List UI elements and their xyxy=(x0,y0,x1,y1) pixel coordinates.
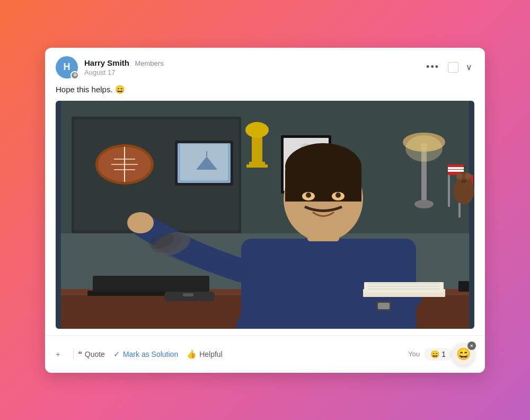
thumbup-icon: 👍 xyxy=(187,349,197,359)
author-role: Members xyxy=(135,59,163,67)
post-image xyxy=(56,101,474,329)
svg-point-31 xyxy=(405,135,443,162)
svg-point-41 xyxy=(465,173,471,179)
svg-rect-68 xyxy=(458,281,469,292)
reaction-count: 1 xyxy=(441,350,446,358)
svg-point-52 xyxy=(335,192,341,198)
svg-point-30 xyxy=(414,200,434,208)
svg-rect-34 xyxy=(448,167,464,169)
you-label: You xyxy=(408,350,420,358)
author-name-row: Harry Smith Members xyxy=(84,58,423,68)
dots-icon: ••• xyxy=(426,62,439,72)
author-info: Harry Smith Members August 17 xyxy=(84,58,423,76)
reaction-pill[interactable]: 😄 1 xyxy=(424,348,452,361)
svg-rect-35 xyxy=(448,170,464,172)
header-actions: ••• ∨ xyxy=(423,60,474,74)
separator-1 xyxy=(73,349,74,359)
svg-rect-60 xyxy=(93,276,209,292)
svg-point-42 xyxy=(461,180,466,183)
quote-icon: ❝ xyxy=(78,349,82,359)
svg-point-40 xyxy=(456,173,463,179)
quote-button[interactable]: ❝ Quote xyxy=(78,347,111,361)
post-image-svg xyxy=(56,101,474,329)
helpful-button[interactable]: 👍 Helpful xyxy=(187,347,229,361)
svg-point-51 xyxy=(306,192,311,198)
svg-rect-58 xyxy=(378,303,390,309)
close-icon: × xyxy=(470,343,473,348)
mark-solution-button[interactable]: ✓ Mark as Solution xyxy=(113,347,184,361)
reaction-area: You 😄 1 xyxy=(408,348,452,361)
svg-rect-62 xyxy=(183,293,193,296)
add-button[interactable]: + xyxy=(56,347,67,361)
floating-emoji-container: 😄 × xyxy=(452,343,474,365)
avatar-badge: ⚙ xyxy=(70,71,79,80)
reaction-emoji: 😄 xyxy=(430,350,439,358)
svg-rect-48 xyxy=(285,170,361,202)
post-footer: + ❝ Quote ✓ Mark as Solution 👍 Helpful Y… xyxy=(45,335,485,373)
floating-emoji-button[interactable]: 😄 × xyxy=(452,343,474,365)
floating-emoji-icon: 😄 xyxy=(456,347,471,361)
quote-label: Quote xyxy=(85,350,105,358)
svg-point-13 xyxy=(245,122,269,138)
close-badge: × xyxy=(467,342,476,350)
helpful-label: Helpful xyxy=(199,350,223,358)
checkmark-icon: ✓ xyxy=(113,349,120,359)
collapse-button[interactable]: ∨ xyxy=(464,61,474,73)
post-text: Hope this helps. 😄 xyxy=(56,85,474,94)
more-options-button[interactable]: ••• xyxy=(423,60,443,74)
select-checkbox[interactable] xyxy=(448,62,458,73)
add-icon: + xyxy=(56,349,60,358)
post-date: August 17 xyxy=(84,68,423,76)
post-header: H ⚙ Harry Smith Members August 17 ••• ∨ xyxy=(45,48,485,85)
avatar: H ⚙ xyxy=(56,56,78,78)
author-name: Harry Smith xyxy=(84,58,129,67)
mark-solution-label: Mark as Solution xyxy=(123,350,178,358)
svg-rect-15 xyxy=(246,164,268,168)
svg-point-53 xyxy=(127,212,154,233)
post-card: H ⚙ Harry Smith Members August 17 ••• ∨ … xyxy=(45,48,485,373)
chevron-down-icon: ∨ xyxy=(466,63,472,72)
post-content: Hope this helps. 😄 xyxy=(45,85,485,335)
